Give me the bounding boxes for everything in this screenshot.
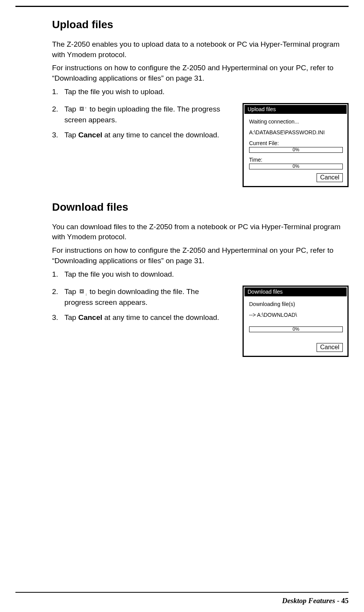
page-number: 45	[341, 597, 349, 605]
cancel-button[interactable]: Cancel	[317, 343, 343, 352]
bottom-horizontal-rule	[15, 592, 349, 593]
step-text-post: at any time to cancel the download.	[102, 131, 219, 139]
progress-value: 0%	[293, 164, 299, 169]
download-row-with-screenshot: 2. Tap ↓ to begin downloading the file. …	[52, 284, 349, 357]
upload-intro-2: For instructions on how to configure the…	[52, 63, 349, 83]
step-text-bold: Cancel	[78, 131, 102, 139]
progress-bar-time: 0%	[249, 164, 343, 169]
current-file-label: Current File:	[249, 140, 343, 146]
download-step-3: 3. Tap Cancel at any time to cancel the …	[52, 312, 229, 323]
heading-upload-files: Upload files	[52, 19, 349, 31]
upload-row-with-screenshot: 2. Tap ↑ to begin uploading the file. Th…	[52, 101, 349, 187]
step-number: 2.	[52, 104, 58, 115]
step-number: 1.	[52, 86, 58, 98]
progress-value: 0%	[293, 326, 299, 332]
screenshot-titlebar: Download files	[244, 287, 347, 296]
step-number: 1.	[52, 269, 58, 280]
step-text-pre: Tap	[64, 287, 78, 296]
step-text-pre: Tap	[64, 105, 78, 113]
step-number: 3.	[52, 312, 58, 323]
step-text-pre: Tap	[64, 313, 78, 321]
upload-screenshot: Upload files Waiting connection... A:\DA…	[243, 103, 349, 187]
cancel-button[interactable]: Cancel	[317, 173, 343, 182]
page-footer: Desktop Features - 45	[282, 597, 349, 605]
step-text-post: at any time to cancel the download.	[102, 313, 219, 321]
download-step-1: 1. Tap the file you wish to download.	[52, 269, 349, 280]
heading-download-files: Download files	[52, 201, 349, 213]
footer-label: Desktop Features -	[282, 597, 341, 605]
download-icon: ↓	[79, 289, 87, 296]
step-text-pre: Tap	[64, 131, 78, 139]
download-screenshot: Download files Downloading file(s) --> A…	[243, 286, 349, 357]
progress-value: 0%	[293, 147, 299, 152]
time-label: Time:	[249, 157, 343, 163]
status-line: Downloading file(s)	[249, 301, 343, 307]
download-step-2: 2. Tap ↓ to begin downloading the file. …	[52, 286, 229, 308]
download-intro-1: You can download files to the Z-2050 fro…	[52, 222, 349, 242]
download-intro-2: For instructions on how to configure the…	[52, 245, 349, 266]
step-text-post: to begin uploading the file. The progres…	[64, 105, 220, 124]
step-text-bold: Cancel	[78, 313, 102, 321]
page-content: Upload files The Z-2050 enables you to u…	[15, 7, 349, 357]
step-text: Tap the file you wish to upload.	[64, 88, 165, 96]
screenshot-titlebar: Upload files	[244, 105, 347, 114]
upload-step-3: 3. Tap Cancel at any time to cancel the …	[52, 130, 229, 141]
upload-step-2: 2. Tap ↑ to begin uploading the file. Th…	[52, 104, 229, 126]
progress-bar-file: 0%	[249, 147, 343, 153]
step-text: Tap the file you wish to download.	[64, 270, 174, 278]
upload-steps-list: 1. Tap the file you wish to upload.	[52, 86, 349, 98]
step-number: 2.	[52, 286, 58, 298]
download-steps-list: 1. Tap the file you wish to download.	[52, 269, 349, 280]
path-line: A:\DATABASE\PASSWORD.INI	[249, 129, 343, 135]
step-number: 3.	[52, 130, 58, 141]
upload-icon: ↑	[79, 106, 87, 113]
progress-bar: 0%	[249, 326, 343, 332]
path-line: --> A:\DOWNLOAD\	[249, 312, 343, 318]
upload-step-1: 1. Tap the file you wish to upload.	[52, 86, 349, 98]
status-line: Waiting connection...	[249, 118, 343, 125]
upload-intro-1: The Z-2050 enables you to upload data to…	[52, 39, 349, 60]
